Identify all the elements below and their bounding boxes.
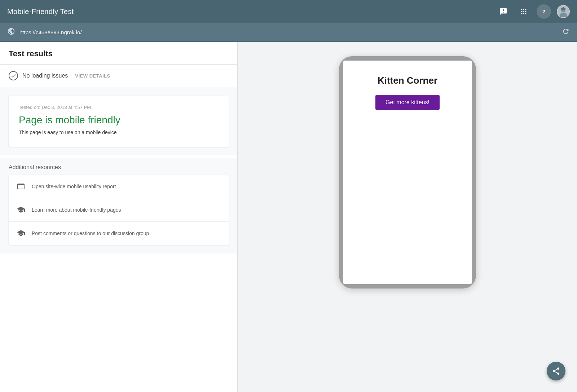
feedback-button[interactable]: [496, 4, 511, 19]
loading-status-text: No loading issues: [22, 72, 68, 79]
resource-label-learn: Learn more about mobile-friendly pages: [32, 207, 121, 213]
result-title: Page is mobile friendly: [19, 114, 219, 126]
discuss-icon: [16, 228, 26, 238]
header-icons: 2: [496, 4, 570, 19]
notification-badge: 2: [542, 9, 545, 14]
additional-resources-title: Additional resources: [9, 158, 229, 171]
resource-item-discuss[interactable]: Post comments or questions to our discus…: [9, 222, 229, 245]
site-title: Kitten Corner: [378, 75, 437, 86]
results-card: Tested on: Dec 3, 2018 at 4:57 PM Page i…: [9, 96, 229, 147]
url-input[interactable]: https://c468e893.ngrok.io/: [19, 29, 558, 35]
feedback-icon: [499, 8, 507, 16]
user-avatar[interactable]: [557, 5, 570, 18]
phone-screen: Kitten Corner Get more kittens!: [343, 61, 472, 284]
browser-icon: [16, 181, 26, 191]
get-kittens-button[interactable]: Get more kittens!: [375, 95, 440, 110]
result-description: This page is easy to use on a mobile dev…: [19, 129, 219, 135]
notification-button[interactable]: 2: [537, 4, 551, 19]
tested-on-text: Tested on: Dec 3, 2018 at 4:57 PM: [19, 105, 219, 110]
apps-icon: [520, 8, 528, 16]
resource-label-discuss: Post comments or questions to our discus…: [32, 230, 149, 236]
share-fab-button[interactable]: [547, 362, 565, 380]
url-bar: https://c468e893.ngrok.io/: [0, 23, 577, 42]
globe-icon: [7, 27, 15, 37]
refresh-icon[interactable]: [562, 27, 570, 37]
right-panel: Kitten Corner Get more kittens!: [238, 42, 577, 392]
additional-resources-section: Additional resources Open site-wide mobi…: [0, 158, 237, 254]
app-header: Mobile-Friendly Test 2: [0, 0, 577, 23]
page-title: Test results: [9, 49, 229, 58]
app-title: Mobile-Friendly Test: [7, 8, 74, 16]
share-icon: [552, 367, 560, 375]
learn-icon: [16, 205, 26, 215]
resources-card: Open site-wide mobile usability report L…: [9, 175, 229, 245]
view-details-link[interactable]: VIEW DETAILS: [75, 73, 110, 79]
loading-issues-bar: No loading issues VIEW DETAILS: [0, 65, 237, 87]
phone-mockup: Kitten Corner Get more kittens!: [339, 56, 476, 289]
results-section: Tested on: Dec 3, 2018 at 4:57 PM Page i…: [0, 87, 237, 155]
apps-button[interactable]: [516, 4, 531, 19]
check-icon: [9, 71, 18, 80]
main-content: Test results No loading issues VIEW DETA…: [0, 42, 577, 392]
test-results-header: Test results: [0, 42, 237, 65]
resource-item-usability[interactable]: Open site-wide mobile usability report: [9, 175, 229, 198]
resource-label-usability: Open site-wide mobile usability report: [32, 184, 116, 189]
left-panel: Test results No loading issues VIEW DETA…: [0, 42, 238, 392]
avatar-image: [558, 6, 569, 17]
svg-rect-3: [561, 9, 566, 10]
resource-item-learn[interactable]: Learn more about mobile-friendly pages: [9, 198, 229, 222]
